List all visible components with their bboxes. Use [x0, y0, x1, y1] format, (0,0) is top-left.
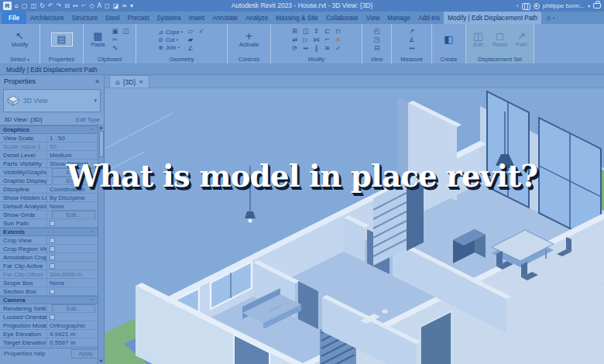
- property-value[interactable]: 4.9421 m: [46, 330, 98, 338]
- text-icon[interactable]: A: [98, 0, 101, 12]
- property-value[interactable]: Edit...: [46, 168, 98, 176]
- property-value[interactable]: [46, 245, 98, 252]
- path-displacement-button[interactable]: ↗Path: [513, 31, 531, 48]
- app-store-icon[interactable]: [593, 3, 601, 9]
- property-value[interactable]: By Discipline: [46, 194, 98, 201]
- undo-icon[interactable]: ↶: [48, 0, 53, 12]
- search-icon[interactable]: [522, 3, 530, 9]
- join-geometry-button[interactable]: ⊕Join▾: [157, 44, 183, 51]
- ribbon-tab-collaborate[interactable]: Collaborate: [322, 12, 362, 24]
- rotate-icon[interactable]: ⟳: [290, 44, 300, 53]
- ribbon-tab-structure[interactable]: Structure: [68, 12, 101, 24]
- measure-icon[interactable]: ↔: [73, 0, 78, 12]
- section-header-camera[interactable]: Camera^: [0, 296, 98, 304]
- override-graphics-icon[interactable]: ⊟: [372, 44, 382, 53]
- demolish-icon[interactable]: ∠: [186, 44, 195, 53]
- create-displacement-set-button[interactable]: ◧: [440, 34, 458, 45]
- redo-icon[interactable]: ↷: [57, 0, 62, 12]
- ribbon-tab-manage[interactable]: Manage: [383, 12, 414, 24]
- user-avatar-icon[interactable]: [534, 3, 540, 9]
- ribbon-tab-view[interactable]: View: [362, 12, 384, 24]
- activate-controls-button[interactable]: +Activate: [239, 31, 259, 48]
- property-value[interactable]: [46, 313, 98, 321]
- reset-temporary-hide-icon[interactable]: ◰: [372, 27, 382, 36]
- ribbon-tab-modify-edit-displacement-path[interactable]: Modify | Edit Displacement Path: [444, 12, 541, 24]
- property-value[interactable]: Edit...: [46, 177, 98, 184]
- cope-button[interactable]: ⊿Cope▾: [157, 29, 183, 36]
- property-value[interactable]: 0.5587 m: [46, 338, 98, 346]
- ribbon-tab-precast[interactable]: Precast: [124, 12, 153, 24]
- property-value[interactable]: Edit...: [46, 211, 98, 218]
- measure-between-refs-icon[interactable]: ↗: [407, 27, 417, 36]
- close-properties-icon[interactable]: ✕: [94, 78, 100, 85]
- move-icon[interactable]: ⇄: [290, 36, 300, 44]
- property-value[interactable]: None: [46, 202, 98, 210]
- scale-icon[interactable]: ⊏: [323, 27, 332, 36]
- property-value[interactable]: 1 : 50: [46, 134, 98, 142]
- property-value[interactable]: Show Original: [46, 160, 98, 167]
- trim-icon[interactable]: ⋈: [312, 36, 321, 44]
- checkbox[interactable]: [50, 255, 55, 260]
- property-value[interactable]: [46, 219, 98, 227]
- edit-button[interactable]: Edit...: [52, 177, 95, 184]
- collapse-search-icon[interactable]: ‹: [516, 2, 519, 9]
- checkbox[interactable]: [50, 246, 55, 252]
- ribbon-tab-steel[interactable]: Steel: [101, 12, 124, 24]
- close-view-tab-icon[interactable]: ✕: [139, 79, 143, 85]
- array-icon[interactable]: ∥: [312, 44, 321, 53]
- scroll-down-icon[interactable]: ▼: [100, 358, 103, 364]
- wall-opening-icon[interactable]: ▱: [186, 27, 195, 36]
- properties-scrollbar[interactable]: ▲ ▼: [98, 124, 104, 364]
- edit-displacement-button[interactable]: ◫Edit: [469, 31, 488, 48]
- paste-button[interactable]: ▦Paste: [89, 31, 108, 48]
- align-icon[interactable]: ⊞: [290, 27, 300, 36]
- ribbon-tab-annotate[interactable]: Annotate: [208, 12, 242, 24]
- property-value[interactable]: None: [46, 279, 98, 287]
- reset-displacement-button[interactable]: ◻Reset: [491, 31, 510, 48]
- checkbox[interactable]: [50, 221, 55, 226]
- tag-icon[interactable]: ◇: [89, 0, 94, 12]
- type-selector[interactable]: 3D View ▾: [3, 89, 101, 112]
- measure-angle-icon[interactable]: ∡: [407, 36, 417, 44]
- property-value[interactable]: [46, 287, 98, 295]
- property-value[interactable]: Medium: [46, 151, 98, 159]
- property-value[interactable]: [46, 262, 98, 270]
- mirror-icon[interactable]: ▷: [301, 36, 311, 44]
- save-icon[interactable]: ◫: [31, 0, 37, 12]
- section-header-extents[interactable]: Extents^: [0, 228, 98, 236]
- ribbon-tab-file[interactable]: File: [2, 12, 26, 24]
- revit-logo-icon[interactable]: R: [3, 2, 12, 10]
- ribbon-tab-systems[interactable]: Systems: [153, 12, 184, 24]
- apply-button[interactable]: Apply: [71, 349, 100, 359]
- aligned-dimension-icon[interactable]: ⌐: [81, 0, 87, 12]
- cut-geometry-button[interactable]: ⊘Cut▾: [157, 36, 183, 43]
- thin-lines-icon[interactable]: ≡: [122, 0, 127, 12]
- extend-icon[interactable]: ⊓: [334, 27, 343, 36]
- split-icon[interactable]: ↕: [312, 27, 321, 36]
- ribbon-tab-massing-site[interactable]: Massing & Site: [272, 12, 322, 24]
- checkbox[interactable]: [50, 314, 55, 320]
- user-name[interactable]: philippe bonn...: [543, 2, 585, 9]
- user-menu-caret-icon[interactable]: ▾: [588, 3, 590, 9]
- open-icon[interactable]: ▢: [22, 0, 28, 12]
- copy-to-clipboard-icon[interactable]: ▣: [111, 27, 120, 36]
- properties-help-link[interactable]: Properties help: [4, 350, 46, 357]
- properties-palette-button[interactable]: ▤: [53, 34, 71, 45]
- property-value[interactable]: Orthographic: [46, 321, 98, 329]
- paste-aligned-icon[interactable]: ◫: [122, 27, 131, 36]
- match-type-icon[interactable]: ✎: [111, 44, 120, 53]
- property-value[interactable]: 304.8000 m: [46, 270, 98, 278]
- unpin-icon[interactable]: ≡: [323, 44, 332, 53]
- type-selector-caret-icon[interactable]: ▾: [94, 98, 97, 104]
- checkbox[interactable]: [50, 289, 55, 294]
- edit-button[interactable]: Edit...: [52, 168, 95, 176]
- pin-icon[interactable]: ⌐: [323, 36, 332, 44]
- scroll-up-icon[interactable]: ▲: [100, 124, 103, 130]
- beam-icon[interactable]: ▰: [186, 36, 195, 44]
- property-value[interactable]: [46, 236, 98, 244]
- sync-icon[interactable]: ↻: [39, 0, 45, 12]
- offset-icon[interactable]: ↔: [301, 44, 311, 53]
- copy-icon[interactable]: ◫: [301, 27, 311, 36]
- print-icon[interactable]: ⊟: [64, 0, 70, 12]
- checkbox[interactable]: [50, 263, 55, 269]
